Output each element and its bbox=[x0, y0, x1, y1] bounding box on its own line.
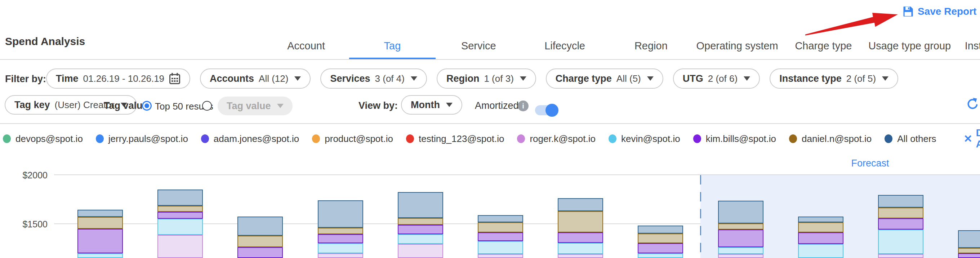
bar-10-segment-daniel-n-spot-io[interactable] bbox=[798, 222, 843, 233]
bar-12-segment-kim-bills-spot-io[interactable] bbox=[958, 253, 980, 258]
bar-1-segment-All-others[interactable] bbox=[78, 210, 123, 217]
bar-10-segment-kim-bills-spot-io[interactable] bbox=[798, 233, 843, 244]
bar-6-segment-daniel-n-spot-io[interactable] bbox=[478, 222, 523, 233]
bar-5-segment-kim-bills-spot-io[interactable] bbox=[398, 225, 443, 234]
bar-9-segment-daniel-n-spot-io[interactable] bbox=[718, 223, 764, 230]
tab-operating-system[interactable]: Operating system bbox=[694, 32, 780, 60]
bar-3-segment-All-others[interactable] bbox=[237, 217, 283, 236]
bar-8-segment-All-others[interactable] bbox=[638, 226, 683, 234]
legend-label: daniel.n@spot.io bbox=[802, 133, 872, 145]
legend-item-adam-jones-spot-io[interactable]: adam.jones@spot.io bbox=[201, 133, 299, 145]
bar-9-segment-All-others[interactable] bbox=[718, 201, 764, 223]
view-by-dropdown[interactable]: Month bbox=[401, 95, 462, 115]
legend-dot bbox=[693, 134, 701, 143]
bar-1-segment-daniel-n-spot-io[interactable] bbox=[78, 217, 123, 229]
bar-10-segment-kevin-spot-io[interactable] bbox=[798, 244, 843, 258]
legend-item-jerry-pauls-spot-io[interactable]: jerry.pauls@spot.io bbox=[96, 133, 188, 145]
bar-4-segment-All-others[interactable] bbox=[318, 200, 363, 228]
bar-8-segment-kim-bills-spot-io[interactable] bbox=[638, 243, 683, 253]
bar-1-segment-kevin-spot-io[interactable] bbox=[78, 253, 123, 258]
legend-item-testing-123-spot-io[interactable]: testing_123@spot.io bbox=[406, 133, 504, 145]
bar-11-segment-roger-k-spot-io[interactable] bbox=[878, 254, 923, 258]
reset-icon[interactable] bbox=[966, 97, 978, 110]
instance-type-filter-pill[interactable]: Instance type2 (of 5) bbox=[770, 68, 898, 89]
tab-region[interactable]: Region bbox=[608, 32, 694, 60]
bar-12-segment-All-others[interactable] bbox=[958, 230, 980, 248]
legend-item-kevin-spot-io[interactable]: kevin@spot.io bbox=[609, 133, 680, 145]
legend-label: product@spot.io bbox=[325, 133, 393, 145]
charge-type-label: Charge type bbox=[555, 73, 612, 84]
bar-8-segment-daniel-n-spot-io[interactable] bbox=[638, 234, 683, 243]
bar-11-segment-All-others[interactable] bbox=[878, 195, 923, 207]
services-filter-pill[interactable]: Services3 (of 4) bbox=[320, 68, 426, 89]
bar-3-segment-kim-bills-spot-io[interactable] bbox=[237, 247, 283, 258]
bar-2-segment-kevin-spot-io[interactable] bbox=[158, 219, 203, 235]
tab-tag[interactable]: Tag bbox=[349, 32, 435, 60]
bar-3-segment-daniel-n-spot-io[interactable] bbox=[237, 236, 283, 248]
bar-2-segment-daniel-n-spot-io[interactable] bbox=[158, 206, 203, 212]
deselect-all-button[interactable]: ✕Deselect All bbox=[964, 127, 980, 150]
y-axis-tick-1500: $1500 bbox=[14, 219, 48, 229]
bar-9-segment-kim-bills-spot-io[interactable] bbox=[718, 229, 764, 247]
bar-7-segment-roger-k-spot-io[interactable] bbox=[558, 254, 603, 258]
charge-type-filter-pill[interactable]: Charge typeAll (5) bbox=[546, 68, 663, 89]
region-filter-pill[interactable]: Region1 (of 3) bbox=[437, 68, 536, 89]
bar-7-segment-kevin-spot-io[interactable] bbox=[558, 243, 603, 254]
bar-4-segment-kevin-spot-io[interactable] bbox=[318, 243, 363, 253]
accounts-filter-pill[interactable]: AccountsAll (12) bbox=[200, 68, 310, 89]
legend-label: testing_123@spot.io bbox=[418, 133, 504, 145]
legend-item-product-spot-io[interactable]: product@spot.io bbox=[312, 133, 393, 145]
bar-9-segment-kevin-spot-io[interactable] bbox=[718, 247, 764, 254]
chevron-down-icon bbox=[882, 76, 888, 81]
bar-2-segment-All-others[interactable] bbox=[158, 190, 203, 206]
bar-6-segment-All-others[interactable] bbox=[478, 215, 523, 222]
tab-charge-type[interactable]: Charge type bbox=[780, 32, 867, 60]
bar-6-segment-kim-bills-spot-io[interactable] bbox=[478, 233, 523, 241]
time-filter-pill[interactable]: Time01.26.19 - 10.26.19 bbox=[46, 68, 190, 89]
utg-label: UTG bbox=[683, 73, 703, 84]
legend-item-roger-k-spot-io[interactable]: roger.k@spot.io bbox=[517, 133, 595, 145]
bar-7-segment-daniel-n-spot-io[interactable] bbox=[558, 211, 603, 233]
bar-2-segment-kim-bills-spot-io[interactable] bbox=[158, 212, 203, 219]
bar-9-segment-roger-k-spot-io[interactable] bbox=[718, 254, 764, 258]
bar-1-segment-kim-bills-spot-io[interactable] bbox=[78, 229, 123, 253]
top-50-results-radio[interactable] bbox=[142, 101, 152, 111]
bar-4-segment-roger-k-spot-io[interactable] bbox=[318, 253, 363, 258]
bar-6-segment-kevin-spot-io[interactable] bbox=[478, 241, 523, 255]
bar-12-segment-daniel-n-spot-io[interactable] bbox=[958, 248, 980, 253]
legend-item-devops-spot-io[interactable]: devops@spot.io bbox=[3, 133, 83, 145]
legend-item-All others[interactable]: All others bbox=[885, 133, 936, 145]
bar-2-segment-roger-k-spot-io[interactable] bbox=[158, 235, 203, 258]
bar-10-segment-All-others[interactable] bbox=[798, 217, 843, 222]
tab-usage-type-group[interactable]: Usage type group bbox=[867, 32, 953, 60]
legend-label: All others bbox=[897, 133, 936, 145]
bar-6-segment-roger-k-spot-io[interactable] bbox=[478, 254, 523, 258]
bar-8-segment-kevin-spot-io[interactable] bbox=[638, 253, 683, 258]
chevron-down-icon bbox=[411, 76, 417, 81]
bar-5-segment-kevin-spot-io[interactable] bbox=[398, 234, 443, 244]
tab-instance-type[interactable]: Instance type bbox=[953, 32, 980, 60]
bar-5-segment-All-others[interactable] bbox=[398, 192, 443, 218]
bar-7-segment-kim-bills-spot-io[interactable] bbox=[558, 233, 603, 243]
bar-4-segment-kim-bills-spot-io[interactable] bbox=[318, 234, 363, 244]
save-report-button[interactable]: Save Report bbox=[902, 6, 977, 17]
legend-item-daniel-n-spot-io[interactable]: daniel.n@spot.io bbox=[789, 133, 872, 145]
bar-7-segment-All-others[interactable] bbox=[558, 198, 603, 211]
utg-filter-pill[interactable]: UTG2 (of 6) bbox=[673, 68, 760, 89]
bar-5-segment-daniel-n-spot-io[interactable] bbox=[398, 218, 443, 225]
bar-11-segment-daniel-n-spot-io[interactable] bbox=[878, 207, 923, 218]
legend-item-kim-bills-spot-io[interactable]: kim.bills@spot.io bbox=[693, 133, 776, 145]
tab-lifecycle[interactable]: Lifecycle bbox=[522, 32, 608, 60]
custom-tag-value-radio[interactable] bbox=[202, 101, 212, 111]
chevron-down-icon bbox=[744, 76, 750, 81]
bar-5-segment-roger-k-spot-io[interactable] bbox=[398, 244, 443, 258]
legend-label: roger.k@spot.io bbox=[530, 133, 595, 145]
info-icon[interactable]: i bbox=[518, 100, 528, 111]
bar-11-segment-kevin-spot-io[interactable] bbox=[878, 229, 923, 254]
tab-service[interactable]: Service bbox=[436, 32, 522, 60]
amortized-toggle[interactable] bbox=[535, 105, 557, 115]
bar-11-segment-kim-bills-spot-io[interactable] bbox=[878, 218, 923, 229]
tab-account[interactable]: Account bbox=[263, 32, 349, 60]
page-title: Spend Analysis bbox=[5, 35, 85, 48]
bar-4-segment-daniel-n-spot-io[interactable] bbox=[318, 228, 363, 234]
